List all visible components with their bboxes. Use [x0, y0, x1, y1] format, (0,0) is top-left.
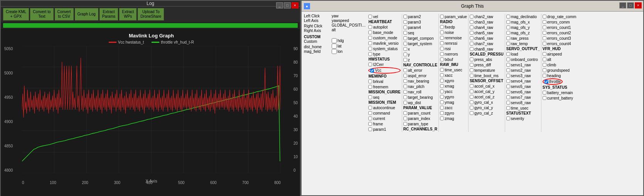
freemem-check[interactable] [368, 85, 372, 89]
press-abs-check[interactable] [470, 57, 474, 61]
servo4raw-check[interactable] [506, 79, 510, 83]
custom-mode-check[interactable] [368, 36, 372, 40]
rxerrors-check[interactable] [440, 52, 444, 56]
mag-ofs-z-check[interactable] [506, 31, 510, 35]
remrnoise-check[interactable] [440, 36, 444, 40]
zmag-check[interactable] [440, 117, 444, 120]
alt-error-check[interactable] [403, 68, 407, 72]
vel-check[interactable] [368, 15, 372, 19]
gyro-cal-z-check[interactable] [470, 111, 474, 115]
i2cerr-check[interactable] [368, 63, 372, 66]
lon-check[interactable] [332, 49, 337, 54]
mag-decl-check[interactable] [506, 15, 510, 19]
target-compon-check[interactable] [403, 36, 407, 40]
graph-maximize-btn[interactable]: □ [627, 2, 634, 8]
accel-cal-y-check[interactable] [470, 90, 474, 93]
xacc-check[interactable] [440, 73, 444, 77]
servo3raw-check[interactable] [506, 74, 510, 78]
y-check[interactable] [403, 52, 407, 56]
temperature-check[interactable] [470, 68, 474, 72]
mag-ofs-x-check[interactable] [506, 20, 510, 24]
current-check[interactable] [368, 117, 372, 120]
aspd-error-check[interactable] [403, 74, 407, 78]
errors-count1-check[interactable] [543, 25, 546, 29]
zgyro-check[interactable] [440, 111, 444, 115]
param-type-check[interactable] [403, 122, 407, 126]
extract-params-btn[interactable]: ExtractParams [99, 8, 118, 20]
errors-comm-check[interactable] [543, 20, 546, 24]
nav-roll-check[interactable] [403, 90, 407, 94]
current-battery-check[interactable] [543, 96, 546, 100]
servo1raw-check[interactable] [506, 63, 510, 67]
remrssi-check[interactable] [440, 41, 444, 45]
accel-cal-z-check[interactable] [470, 95, 474, 99]
chan4raw-check[interactable] [470, 25, 474, 29]
frame-check[interactable] [368, 122, 372, 126]
mag-ofs-y-check[interactable] [506, 25, 510, 29]
gyro-cal-x-check[interactable] [470, 100, 474, 104]
servo2raw-check[interactable] [506, 68, 510, 72]
graph-minimize-btn[interactable]: _ [619, 2, 626, 8]
lat-check[interactable] [332, 44, 337, 49]
x-check[interactable] [403, 47, 407, 51]
param4-check[interactable] [403, 25, 407, 29]
graph-close-btn[interactable]: ✕ [635, 2, 642, 8]
mavlink-ver-check[interactable] [368, 41, 372, 45]
raw-press-check[interactable] [506, 36, 510, 40]
onboard-ctrl-check[interactable] [506, 57, 510, 61]
chan6raw-check[interactable] [470, 36, 474, 40]
param-index-check[interactable] [403, 117, 407, 120]
servo5raw-check[interactable] [506, 84, 510, 88]
wp-dist-check[interactable] [403, 101, 407, 105]
battery-remain-check[interactable] [543, 91, 546, 95]
ymag-check[interactable] [440, 100, 444, 104]
errors-count2-check[interactable] [543, 31, 546, 35]
ygyro-check[interactable] [440, 95, 444, 99]
time-boot-ms-check[interactable] [470, 74, 474, 78]
brkval-check[interactable] [368, 79, 372, 83]
seq2-check[interactable] [403, 31, 407, 35]
close-btn[interactable]: ✕ [292, 2, 298, 8]
param-value-check[interactable] [440, 15, 444, 19]
graph-log-btn[interactable]: Graph Log [75, 8, 98, 20]
seq-check[interactable] [368, 95, 372, 99]
time-usec2-check[interactable] [506, 106, 510, 110]
param-count-check[interactable] [403, 111, 407, 115]
errors-count3-check[interactable] [543, 36, 546, 40]
upload-droneshare-btn[interactable]: Upload ToDroneShare [138, 8, 164, 20]
command-check[interactable] [368, 111, 372, 115]
noise-check[interactable] [440, 30, 444, 34]
chan2raw-check[interactable] [470, 15, 474, 19]
create-kml-btn[interactable]: Create KML+ GPX [3, 8, 29, 20]
target-system-check[interactable] [403, 42, 407, 46]
chan7raw-check[interactable] [470, 42, 474, 46]
xgyro-check[interactable] [440, 79, 444, 83]
nav-pitch-check[interactable] [403, 84, 407, 88]
txbuf-check[interactable] [440, 57, 444, 61]
servo7raw-check[interactable] [506, 95, 510, 99]
chan5raw-check[interactable] [470, 31, 474, 35]
autopilot-check[interactable] [368, 25, 372, 29]
throttle-check[interactable] [545, 80, 548, 84]
param2-check[interactable] [403, 15, 407, 19]
chan3raw-check[interactable] [470, 20, 474, 24]
severity-check[interactable] [506, 117, 510, 120]
yacc-check[interactable] [440, 90, 444, 93]
errors-count4-check[interactable] [543, 42, 546, 46]
hdg-check[interactable] [332, 38, 337, 43]
param1-check[interactable] [368, 127, 372, 131]
autocontinue-check[interactable] [368, 106, 372, 110]
press-diff-check[interactable] [470, 63, 474, 67]
rssi-check[interactable] [440, 47, 444, 51]
accel-cal-x-check[interactable] [470, 84, 474, 88]
maximize-btn[interactable]: □ [284, 2, 291, 8]
airspeed-check[interactable] [543, 52, 546, 56]
minimize-btn[interactable]: _ [276, 2, 283, 8]
servo6raw-check[interactable] [506, 90, 510, 94]
system-status-check[interactable] [368, 47, 372, 51]
zacc-check[interactable] [440, 106, 444, 110]
base-mode-check[interactable] [368, 30, 372, 34]
time-usec-check[interactable] [440, 68, 444, 72]
raw-temp-check[interactable] [506, 42, 510, 46]
extract-wps-btn[interactable]: ExtractWPs [119, 8, 137, 20]
